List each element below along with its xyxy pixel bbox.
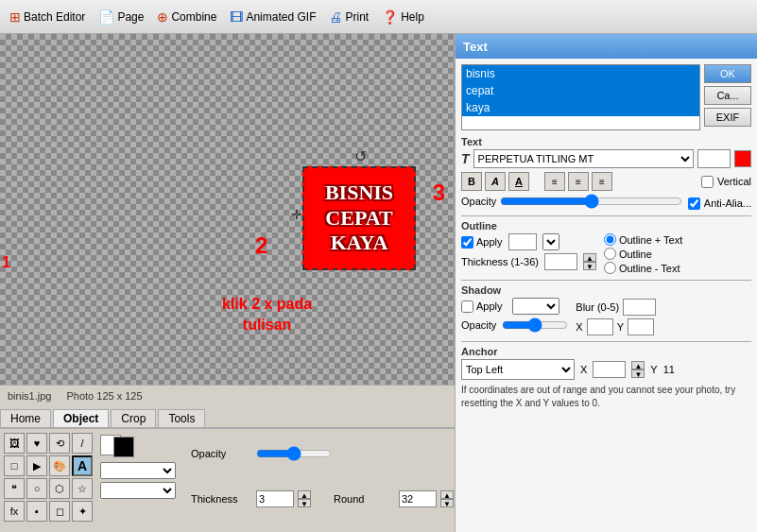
- thickness-down[interactable]: ▼: [298, 499, 311, 507]
- tool-star[interactable]: ☆: [72, 478, 93, 499]
- anchor-x-up[interactable]: ▲: [631, 361, 645, 369]
- shadow-opacity-slider[interactable]: [502, 317, 568, 333]
- outline-only-radio[interactable]: [604, 248, 616, 260]
- outline-minus-text-row: Outline - Text: [604, 262, 682, 274]
- outline-color-select[interactable]: ▼: [542, 233, 559, 250]
- thickness-up[interactable]: ▲: [298, 490, 311, 499]
- tool-eraser[interactable]: ◻: [49, 501, 70, 522]
- help-icon: ❓: [382, 9, 398, 25]
- anchor-x-label: X: [580, 364, 587, 375]
- page-icon: 📄: [98, 9, 114, 25]
- text-item-cepat[interactable]: cepat: [462, 82, 699, 99]
- batch-editor-button[interactable]: ⊞ Batch Editor: [4, 8, 91, 26]
- outline-thickness-spinner: ▲ ▼: [583, 253, 596, 270]
- filename-label: binis1.jpg: [8, 390, 51, 402]
- print-button[interactable]: 🖨 Print: [323, 8, 374, 26]
- bg-color-box[interactable]: [113, 437, 134, 457]
- tool-oval[interactable]: ○: [26, 478, 47, 499]
- print-icon: 🖨: [329, 9, 342, 25]
- align-left-button[interactable]: ≡: [544, 172, 565, 191]
- align-center-button[interactable]: ≡: [568, 172, 589, 191]
- shadow-apply-row: Apply: [461, 298, 568, 315]
- outline-minus-text-radio[interactable]: [604, 262, 616, 274]
- outline-thickness-input[interactable]: 5: [544, 253, 577, 270]
- tool-image[interactable]: 🖼: [4, 433, 25, 454]
- font-type-icon: T: [461, 151, 470, 166]
- font-select[interactable]: PERPETUA TITLING MT: [473, 149, 694, 168]
- outline-plus-text-radio[interactable]: [604, 233, 616, 246]
- anchor-x-down[interactable]: ▼: [631, 369, 645, 378]
- tool-text[interactable]: A: [72, 455, 93, 476]
- step-1-label: 1: [2, 254, 10, 271]
- tool-quote[interactable]: ❝: [4, 478, 25, 499]
- tab-object[interactable]: Object: [53, 409, 109, 427]
- tab-tools[interactable]: Tools: [158, 409, 205, 427]
- shadow-color-select[interactable]: [512, 298, 559, 315]
- opacity-slider[interactable]: [256, 447, 332, 460]
- text-item-bisnis[interactable]: bisnis: [462, 65, 699, 82]
- style-select[interactable]: [100, 482, 176, 499]
- outline-thickness-down[interactable]: ▼: [583, 262, 596, 270]
- text-item-kaya[interactable]: kaya: [462, 99, 699, 116]
- tool-select[interactable]: ⟲: [49, 433, 70, 454]
- tool-fx[interactable]: fx: [4, 501, 25, 522]
- text-list[interactable]: bisnis cepat kaya: [461, 64, 700, 130]
- bold-button[interactable]: B: [461, 172, 482, 191]
- ok-button[interactable]: OK: [704, 64, 751, 83]
- anchor-section: Anchor Top Left X 10 ▲ ▼ Y 11 If coordin…: [461, 346, 751, 410]
- shadow-y-input[interactable]: 3: [628, 318, 654, 335]
- rotation-handle[interactable]: ↺: [354, 147, 367, 165]
- combine-button[interactable]: ⊕ Combine: [151, 8, 222, 26]
- tool-line[interactable]: /: [72, 433, 93, 454]
- tool-poly[interactable]: ⬡: [49, 478, 70, 499]
- font-color-box[interactable]: [734, 150, 751, 167]
- blur-label: Blur (0-5): [576, 301, 619, 313]
- text-preview-area: bisnis cepat kaya OK Ca... EXIF: [461, 64, 751, 130]
- tool-more[interactable]: ▶: [26, 455, 47, 476]
- outline-color-box[interactable]: [508, 233, 537, 250]
- tool-wand[interactable]: ✦: [72, 501, 93, 522]
- vertical-check-row: Vertical: [701, 176, 751, 188]
- shadow-x-input[interactable]: 2: [587, 318, 613, 335]
- round-up[interactable]: ▲: [440, 490, 454, 499]
- status-bar: binis1.jpg Photo 125 x 125: [0, 385, 455, 405]
- round-down[interactable]: ▼: [440, 499, 454, 507]
- antialias-check-row: Anti-Alia...: [688, 197, 751, 210]
- tool-brush[interactable]: ▪: [26, 501, 47, 522]
- shadow-apply-checkbox[interactable]: [461, 300, 473, 313]
- thickness-spinner: ▲ ▼: [298, 490, 311, 507]
- thickness-input[interactable]: 3: [256, 490, 294, 507]
- cancel-button[interactable]: Ca...: [704, 86, 751, 105]
- antialias-checkbox[interactable]: [688, 197, 700, 210]
- vertical-checkbox[interactable]: [701, 176, 714, 188]
- text-section-label: Text: [461, 136, 751, 147]
- outline-thickness-up[interactable]: ▲: [583, 253, 596, 262]
- opacity-prop-label: Opacity: [191, 448, 252, 459]
- shadow-x-label: X: [576, 321, 582, 333]
- tool-color-pick[interactable]: 🎨: [49, 455, 70, 476]
- tool-rect[interactable]: □: [4, 455, 25, 476]
- tool-heart[interactable]: ♥: [26, 433, 47, 454]
- exif-button[interactable]: EXIF: [704, 108, 751, 127]
- blend-select[interactable]: [100, 462, 176, 479]
- round-input[interactable]: 32: [399, 490, 437, 507]
- anchor-x-input[interactable]: 10: [593, 361, 626, 378]
- canvas-area[interactable]: ↺ ✛ BISNISCEPATKAYA 2 klik 2 x padatulis…: [0, 34, 455, 385]
- help-button[interactable]: ❓ Help: [376, 8, 430, 26]
- tab-crop[interactable]: Crop: [111, 409, 156, 427]
- tool-palette: 🖼 ♥ ⟲ / □ ▶ 🎨 A ❝ ○ ⬡ ☆ fx ▪ ◻ ✦: [0, 428, 455, 532]
- animated-gif-button[interactable]: 🎞 Animated GIF: [224, 8, 321, 26]
- tab-home[interactable]: Home: [0, 409, 51, 427]
- text-object[interactable]: BISNISCEPATKAYA: [302, 166, 416, 270]
- italic-button[interactable]: A: [485, 172, 506, 191]
- underline-button[interactable]: A: [508, 172, 529, 191]
- font-size-input[interactable]: 28: [697, 149, 731, 168]
- anchor-select[interactable]: Top Left: [461, 359, 575, 380]
- align-right-button[interactable]: ≡: [592, 172, 612, 191]
- style-row: B A A ≡ ≡ ≡ Vertical: [461, 172, 751, 191]
- outline-apply-checkbox[interactable]: [461, 236, 473, 249]
- opacity-range[interactable]: [500, 195, 682, 208]
- page-button[interactable]: 📄 Page: [93, 8, 149, 26]
- blur-input[interactable]: 2: [623, 299, 656, 316]
- instruction-text: klik 2 x padatulisan: [222, 294, 312, 336]
